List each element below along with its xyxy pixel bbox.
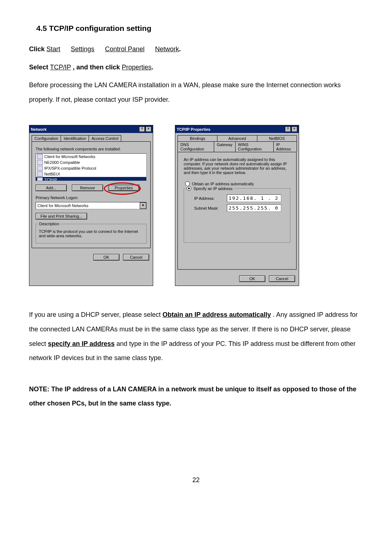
primary-logon-select[interactable]: Client for Microsoft Networks ▼ [36,202,147,209]
close-icon[interactable]: × [146,126,151,132]
ok-button[interactable]: OK [93,254,119,261]
help-icon[interactable]: ? [285,126,291,132]
ip-address-input[interactable]: 192.168. 1 . 2 [227,194,281,202]
ip-address-label: IP Address: [194,196,222,201]
list-item[interactable]: NetBEUI [36,171,146,177]
list-item-label: NetBEUI [44,172,60,176]
tab-wins[interactable]: WINS Configuration [235,141,274,152]
logon-value: Client for Microsoft Networks [36,203,140,208]
dhcp-paragraph: If you are using a DHCP server, please s… [29,308,363,365]
tcpip-panel: An IP address can be automatically assig… [177,152,297,270]
path-settings: Settings [71,45,94,53]
click-label: Click [29,45,45,53]
description-legend: Description [38,222,60,226]
subnet-mask-input[interactable]: 255.255.255. 0 [227,204,281,212]
specify-ip-group: Specify an IP address: IP Address: 192.1… [184,188,290,243]
path-start: Start [46,45,60,53]
dhcp-text-1: If you are using a DHCP server, please s… [29,311,163,318]
tcpip-titlebar: TCP/IP Properties ? × [175,125,299,133]
radio-on-icon [187,186,191,191]
components-list[interactable]: Client for Microsoft Networks NE2000 Com… [36,153,147,181]
tab-netbios[interactable]: NetBIOS [257,135,297,141]
radio-specify-label[interactable]: Specify an IP address: [193,186,233,191]
network-titlebar: Network ? × [29,125,153,133]
intro-paragraph: Before processing the LAN CAMERA install… [29,78,363,107]
logon-label: Primary Network Logon: [36,195,147,200]
network-dialog: Network ? × Configuration Identification… [29,125,153,286]
network-tabs: Configuration Identification Access Cont… [29,133,153,141]
properties-text: Properties [122,64,152,71]
obtain-auto-link: Obtain an IP address automatically [163,311,271,318]
tcpip-text: TCP/IP [50,64,71,71]
subnet-mask-label: Subnet Mask: [194,206,222,210]
description-text: TCP/IP is the protocol you use to connec… [39,229,143,238]
description-group: Description TCP/IP is the protocol you u… [36,224,147,243]
chevron-down-icon[interactable]: ▼ [140,202,146,209]
section-heading: 4.5 TCP/IP configuration setting [36,24,363,33]
adapter-icon [37,160,43,165]
protocol-icon [37,171,43,177]
list-item[interactable]: IPX/SPX-compatible Protocol [36,165,146,171]
tab-advanced[interactable]: Advanced [217,135,257,141]
radio-label: Obtain an IP address automatically [192,182,254,186]
network-panel: The following network components are ins… [32,141,151,248]
tab-gateway[interactable]: Gateway [214,141,235,152]
cancel-button[interactable]: Cancel [123,254,149,261]
list-item-label: NE2000 Compatible [44,160,80,165]
tcpip-tabs-row1: Bindings Advanced NetBIOS [175,133,299,141]
tcpip-tabs-row2: DNS Configuration Gateway WINS Configura… [175,141,299,152]
cancel-button[interactable]: Cancel [269,275,295,282]
components-label: The following network components are ins… [36,147,147,151]
tcpip-help-text: An IP address can be automatically assig… [184,157,290,175]
network-title: Network [31,127,139,132]
then-click-text: , and then click [73,64,120,71]
step-click-path: Click Start Settings Control Panel Netwo… [29,42,363,57]
close-icon[interactable]: × [291,126,297,132]
properties-button[interactable]: Properties [108,185,139,191]
tab-dns[interactable]: DNS Configuration [177,141,214,152]
list-item[interactable]: NE2000 Compatible [36,160,146,165]
step-select: Select TCP/IP , and then click Propertie… [29,60,363,75]
remove-button[interactable]: Remove [72,185,103,191]
protocol-icon [37,177,43,181]
tab-bindings[interactable]: Bindings [177,135,217,141]
tcpip-title: TCP/IP Properties [177,127,285,132]
list-item-selected[interactable]: TCP/IP [36,177,146,181]
tab-access-control[interactable]: Access Control [89,135,121,141]
select-label: Select [29,64,48,71]
tcpip-dialog: TCP/IP Properties ? × Bindings Advanced … [175,125,299,286]
file-print-sharing-button[interactable]: File and Print Sharing... [36,213,87,219]
add-button[interactable]: Add... [36,185,67,191]
note-paragraph: NOTE: The IP address of a LAN CAMERA in … [29,382,363,411]
list-item-label: IPX/SPX-compatible Protocol [44,166,96,170]
list-item-label: Client for Microsoft Networks [44,154,95,159]
path-network: Network [155,45,179,53]
help-icon[interactable]: ? [139,126,145,132]
tab-configuration[interactable]: Configuration [32,135,61,141]
tab-identification[interactable]: Identification [61,135,89,141]
ok-button[interactable]: OK [239,275,265,282]
list-item-label: TCP/IP [44,178,57,181]
path-control-panel: Control Panel [105,45,144,53]
client-icon [37,154,43,159]
specify-ip-link: specify an IP address [48,340,115,347]
list-item[interactable]: Client for Microsoft Networks [36,154,146,160]
tab-ip-address[interactable]: IP Address [273,141,297,152]
protocol-icon [37,166,43,171]
page-number: 22 [29,476,363,484]
